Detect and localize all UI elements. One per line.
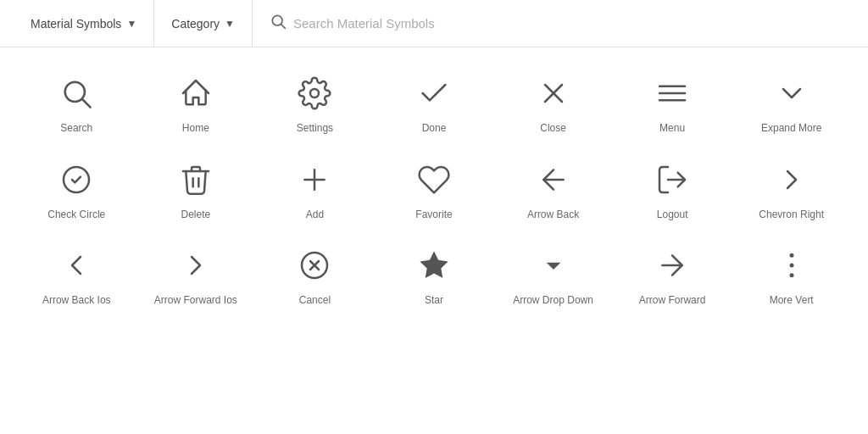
settings-symbol — [294, 73, 335, 114]
icon-arrow-back-ios[interactable]: Arrow Back Ios — [17, 236, 136, 314]
icon-search[interactable]: Search — [17, 64, 136, 142]
icon-star[interactable]: Star — [375, 236, 494, 314]
cancel-symbol — [294, 245, 335, 286]
search-bar[interactable]: Search Material Symbols — [253, 0, 854, 47]
cancel-label: Cancel — [299, 294, 331, 308]
check-circle-label: Check Circle — [47, 209, 105, 222]
icon-arrow-forward[interactable]: Arrow Forward — [613, 236, 732, 314]
svg-marker-18 — [420, 252, 448, 279]
icon-done[interactable]: Done — [375, 64, 494, 142]
svg-point-21 — [789, 253, 793, 258]
done-label: Done — [422, 122, 447, 136]
search-symbol — [56, 73, 97, 114]
arrow-forward-label: Arrow Forward — [639, 294, 706, 308]
icon-menu[interactable]: Menu — [613, 64, 732, 142]
icon-expand-more[interactable]: Expand More — [732, 64, 851, 142]
category-dropdown[interactable]: Category ▼ — [154, 0, 253, 47]
arrow-back-ios-label: Arrow Back Ios — [42, 294, 111, 308]
icon-settings[interactable]: Settings — [255, 64, 375, 142]
svg-line-1 — [281, 25, 286, 29]
arrow-drop-down-label: Arrow Drop Down — [513, 294, 593, 308]
icon-favorite[interactable]: Favorite — [375, 151, 494, 229]
icon-close[interactable]: Close — [493, 64, 613, 142]
home-symbol — [175, 73, 216, 114]
add-symbol — [294, 159, 335, 200]
star-symbol — [414, 245, 454, 286]
svg-point-23 — [789, 273, 793, 277]
svg-line-3 — [83, 100, 91, 108]
icon-logout[interactable]: Logout — [613, 151, 732, 229]
icon-add[interactable]: Add — [255, 151, 375, 229]
star-label: Star — [425, 294, 443, 308]
icon-grid: Search Home Settings Done — [0, 64, 868, 314]
delete-label: Delete — [181, 209, 211, 222]
delete-symbol — [175, 159, 216, 200]
search-placeholder-text: Search Material Symbols — [293, 16, 435, 31]
icon-home[interactable]: Home — [136, 64, 256, 142]
arrow-back-symbol — [533, 159, 574, 200]
add-label: Add — [306, 209, 324, 222]
svg-point-4 — [310, 89, 319, 97]
favorite-label: Favorite — [415, 209, 452, 222]
logout-symbol — [652, 159, 693, 200]
settings-label: Settings — [297, 122, 333, 136]
svg-point-22 — [789, 264, 793, 268]
more-vert-label: More Vert — [770, 294, 814, 308]
expand-more-symbol — [771, 73, 812, 114]
expand-more-label: Expand More — [761, 122, 821, 136]
icon-arrow-forward-ios[interactable]: Arrow Forward Ios — [136, 236, 256, 314]
search-label: Search — [60, 122, 92, 136]
category-arrow-icon: ▼ — [225, 18, 235, 30]
chevron-right-symbol — [771, 159, 812, 200]
chevron-right-label: Chevron Right — [759, 209, 824, 222]
icon-more-vert[interactable]: More Vert — [732, 236, 851, 314]
done-symbol — [414, 73, 454, 114]
arrow-forward-ios-symbol — [175, 245, 216, 286]
arrow-forward-ios-label: Arrow Forward Ios — [154, 294, 237, 308]
icon-chevron-right[interactable]: Chevron Right — [732, 151, 851, 229]
svg-point-2 — [65, 82, 85, 102]
icon-delete[interactable]: Delete — [136, 151, 256, 229]
logout-label: Logout — [657, 209, 688, 222]
check-circle-symbol — [56, 159, 97, 200]
toolbar: Material Symbols ▼ Category ▼ Search Mat… — [0, 0, 868, 47]
arrow-drop-down-symbol — [533, 245, 574, 286]
close-label: Close — [540, 122, 566, 136]
menu-symbol — [652, 73, 693, 114]
grid-area: Search Home Settings Done — [0, 47, 868, 434]
more-vert-symbol — [771, 245, 812, 286]
svg-marker-19 — [546, 263, 560, 270]
icon-check-circle[interactable]: Check Circle — [17, 151, 136, 229]
material-symbols-arrow-icon: ▼ — [126, 18, 136, 30]
icon-cancel[interactable]: Cancel — [255, 236, 375, 314]
icon-arrow-drop-down[interactable]: Arrow Drop Down — [493, 236, 613, 314]
favorite-symbol — [414, 159, 454, 200]
icon-arrow-back[interactable]: Arrow Back — [493, 151, 613, 229]
arrow-back-ios-symbol — [56, 245, 97, 286]
menu-label: Menu — [659, 122, 685, 136]
material-symbols-dropdown[interactable]: Material Symbols ▼ — [14, 0, 154, 47]
arrow-back-label: Arrow Back — [527, 209, 579, 222]
category-label: Category — [171, 17, 220, 31]
material-symbols-label: Material Symbols — [31, 17, 121, 31]
close-symbol — [533, 73, 574, 114]
home-label: Home — [182, 122, 209, 136]
arrow-forward-symbol — [652, 245, 693, 286]
search-icon — [270, 13, 287, 34]
